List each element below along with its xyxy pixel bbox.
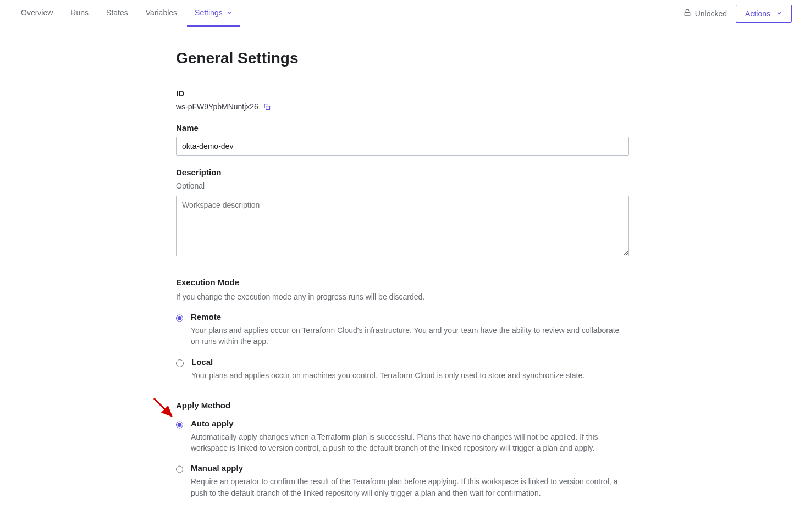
svg-rect-1 — [266, 106, 270, 109]
page-title: General Settings — [176, 49, 629, 75]
chevron-down-icon — [226, 9, 233, 16]
manual-apply-desc: Require an operator to confirm the resul… — [191, 476, 629, 498]
execution-mode-section: Execution Mode If you change the executi… — [176, 278, 629, 381]
id-label: ID — [176, 88, 629, 98]
local-desc: Your plans and applies occur on machines… — [191, 370, 585, 381]
name-field: Name — [176, 123, 629, 156]
actions-button-label: Actions — [745, 9, 770, 18]
remote-title: Remote — [191, 312, 629, 322]
tab-variables[interactable]: Variables — [138, 0, 185, 27]
id-field: ID ws-pFW9YpbMNuntjx26 — [176, 88, 629, 111]
svg-line-2 — [154, 398, 172, 416]
auto-apply-desc: Automatically apply changes when a Terra… — [191, 431, 629, 454]
unlock-icon — [683, 8, 692, 19]
tab-settings-label: Settings — [195, 8, 223, 17]
lock-status-label: Unlocked — [695, 9, 727, 18]
actions-button[interactable]: Actions — [736, 5, 792, 23]
svg-rect-0 — [685, 12, 690, 16]
execution-mode-local-radio[interactable] — [176, 359, 184, 367]
name-label: Name — [176, 123, 629, 132]
local-title: Local — [191, 357, 585, 367]
description-input[interactable] — [176, 196, 629, 256]
apply-method-section: Apply Method Auto apply Automatically ap… — [176, 401, 629, 498]
settings-content: General Settings ID ws-pFW9YpbMNuntjx26 … — [176, 27, 629, 532]
execution-mode-title: Execution Mode — [176, 278, 629, 287]
apply-method-title: Apply Method — [176, 401, 629, 410]
annotation-arrow-icon — [152, 396, 177, 423]
execution-mode-hint: If you change the execution mode any in … — [176, 292, 629, 301]
apply-method-manual-option[interactable]: Manual apply Require an operator to conf… — [176, 463, 629, 498]
top-right-controls: Unlocked Actions — [683, 5, 792, 23]
top-bar: Overview Runs States Variables Settings … — [0, 0, 805, 27]
apply-method-auto-option[interactable]: Auto apply Automatically apply changes w… — [176, 419, 629, 454]
tab-settings[interactable]: Settings — [187, 0, 240, 27]
execution-mode-local-option[interactable]: Local Your plans and applies occur on ma… — [176, 357, 629, 381]
chevron-down-icon — [776, 9, 782, 18]
description-label: Description — [176, 168, 629, 177]
lock-status[interactable]: Unlocked — [683, 8, 727, 19]
tab-runs[interactable]: Runs — [63, 0, 96, 27]
manual-apply-title: Manual apply — [191, 463, 629, 473]
id-value: ws-pFW9YpbMNuntjx26 — [176, 102, 258, 111]
copy-icon[interactable] — [263, 103, 271, 111]
execution-mode-remote-option[interactable]: Remote Your plans and applies occur on T… — [176, 312, 629, 347]
description-field: Description Optional — [176, 168, 629, 258]
name-input[interactable] — [176, 137, 629, 156]
remote-desc: Your plans and applies occur on Terrafor… — [191, 325, 629, 347]
description-hint: Optional — [176, 181, 629, 190]
execution-mode-remote-radio[interactable] — [176, 314, 183, 322]
apply-method-manual-radio[interactable] — [176, 465, 183, 473]
tab-list: Overview Runs States Variables Settings — [13, 0, 240, 27]
tab-states[interactable]: States — [98, 0, 136, 27]
auto-apply-title: Auto apply — [191, 419, 629, 428]
apply-method-auto-radio[interactable] — [176, 421, 183, 429]
tab-overview[interactable]: Overview — [13, 0, 60, 27]
